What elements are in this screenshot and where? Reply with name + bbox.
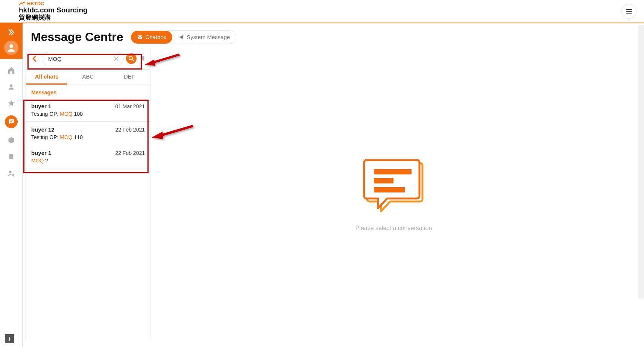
message-preview: Testing OP: MOQ 100	[31, 111, 145, 117]
cube-icon	[8, 136, 15, 144]
bookmark-icon	[139, 55, 146, 62]
subtab-abc[interactable]: ABC	[67, 70, 109, 85]
sidebar-item-favorites[interactable]	[7, 99, 16, 108]
message-from: buyer 12	[31, 126, 55, 133]
message-item[interactable]: buyer 12 22 Feb 2021 Testing OP: MOQ 110	[26, 122, 150, 145]
avatar[interactable]	[4, 41, 18, 55]
message-list: buyer 1 01 Mar 2021 Testing OP: MOQ 100 …	[26, 98, 150, 340]
svg-rect-4	[9, 154, 13, 159]
logo-brand: HKTDC	[19, 1, 88, 6]
chat-icon	[8, 118, 15, 126]
message-from: buyer 1	[31, 150, 51, 156]
empty-caption: Please select a conversation	[355, 225, 432, 232]
sidebar-item-products[interactable]	[7, 136, 16, 145]
empty-chat-illustration	[362, 156, 426, 217]
tab-chatbox-label: Chatbox	[145, 34, 166, 40]
chevron-left-icon	[31, 55, 38, 62]
search-input[interactable]	[47, 55, 110, 62]
conversation-tabs: All chats ABC DEF	[26, 70, 150, 85]
footer	[0, 347, 644, 362]
message-preview: Testing OP: MOQ 110	[31, 134, 145, 140]
subtab-def[interactable]: DEF	[109, 70, 150, 85]
user-gear-icon	[7, 169, 15, 177]
message-date: 01 Mar 2021	[115, 103, 145, 109]
mode-pill: Chatbox System Message	[131, 30, 236, 44]
search-field[interactable]	[42, 52, 124, 65]
subtab-all-chats[interactable]: All chats	[26, 70, 67, 85]
sidebar-item-messages[interactable]	[5, 115, 18, 128]
chevrons-right-icon	[7, 28, 15, 36]
sidebar-profile-block	[0, 23, 23, 59]
hamburger-button[interactable]	[621, 4, 636, 19]
tab-system-message[interactable]: System Message	[172, 31, 236, 44]
svg-rect-9	[374, 169, 412, 174]
sidebar-item-settings[interactable]	[7, 169, 16, 178]
message-date: 22 Feb 2021	[115, 150, 145, 156]
search-button[interactable]	[126, 53, 137, 64]
sidebar: i	[0, 23, 23, 347]
sidebar-item-profile[interactable]	[7, 82, 16, 91]
svg-point-1	[10, 84, 12, 87]
search-back-button[interactable]	[30, 54, 39, 64]
search-icon	[128, 56, 134, 62]
svg-rect-3	[9, 121, 12, 122]
svg-point-5	[9, 171, 11, 173]
scrollbar-track[interactable]	[638, 25, 644, 298]
info-button[interactable]: i	[5, 334, 14, 343]
tab-chatbox[interactable]: Chatbox	[131, 31, 172, 44]
star-icon	[8, 100, 15, 107]
person-icon	[8, 83, 15, 91]
clipboard-icon	[8, 153, 15, 161]
message-preview: MOQ ?	[31, 158, 145, 164]
mail-icon	[137, 34, 143, 40]
main: Message Centre Chatbox System Message	[23, 23, 644, 347]
main-header: Message Centre Chatbox System Message	[23, 23, 644, 48]
clear-search-button[interactable]	[113, 55, 120, 62]
tab-system-label: System Message	[187, 34, 230, 40]
conversation-panel: All chats ABC DEF Messages buyer 1 01 Ma…	[26, 48, 150, 340]
user-icon	[6, 43, 16, 53]
sidebar-item-clipboard[interactable]	[7, 152, 16, 161]
svg-rect-11	[374, 187, 405, 192]
message-item[interactable]: buyer 1 01 Mar 2021 Testing OP: MOQ 100	[26, 98, 150, 122]
hamburger-icon	[626, 8, 632, 15]
bookmark-button[interactable]	[139, 55, 146, 62]
logo-main: hktdc.com Sourcing	[19, 6, 88, 14]
message-from: buyer 1	[31, 103, 51, 109]
svg-point-0	[9, 44, 13, 48]
logo-sub: 貿發網採購	[19, 14, 88, 21]
svg-rect-10	[374, 178, 393, 183]
sidebar-item-home[interactable]	[7, 66, 16, 75]
svg-point-6	[12, 174, 14, 176]
svg-point-8	[129, 56, 132, 60]
message-item[interactable]: buyer 1 22 Feb 2021 MOQ ?	[26, 145, 150, 168]
svg-rect-2	[9, 121, 12, 121]
empty-conversation-pane: Please select a conversation	[150, 48, 637, 340]
sidebar-expand-button[interactable]	[6, 27, 17, 38]
home-icon	[7, 66, 15, 74]
header: HKTDC hktdc.com Sourcing 貿發網採購	[0, 0, 644, 23]
page-title: Message Centre	[31, 30, 123, 44]
logo[interactable]: HKTDC hktdc.com Sourcing 貿發網採購	[19, 1, 88, 21]
search-row	[26, 48, 150, 70]
paper-plane-icon	[178, 34, 184, 40]
messages-heading: Messages	[26, 85, 150, 98]
close-icon	[114, 56, 119, 61]
message-date: 22 Feb 2021	[115, 127, 145, 133]
